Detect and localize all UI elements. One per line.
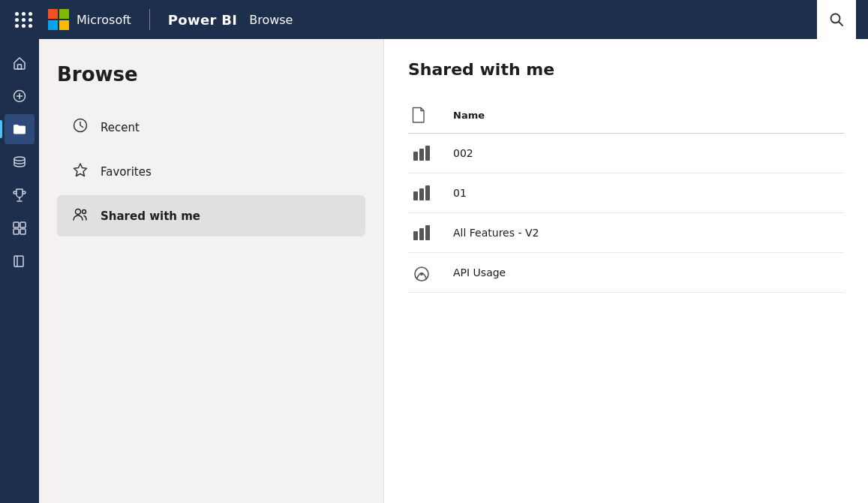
- book-icon: [12, 254, 27, 269]
- svg-rect-0: [48, 9, 58, 19]
- svg-rect-20: [413, 152, 418, 161]
- svg-rect-27: [419, 228, 424, 240]
- svg-rect-13: [14, 229, 19, 234]
- row-icon-cell: [408, 253, 444, 293]
- table-row[interactable]: All Features - V2: [408, 213, 844, 253]
- microsoft-label: Microsoft: [77, 13, 131, 27]
- content-title: Shared with me: [408, 60, 844, 79]
- svg-marker-17: [74, 164, 87, 176]
- trophy-icon: [12, 188, 27, 203]
- database-icon: [12, 155, 27, 170]
- svg-point-19: [83, 210, 86, 214]
- svg-rect-24: [419, 188, 424, 200]
- sidebar-item-learn[interactable]: [5, 246, 35, 276]
- bar-chart-icon: [412, 144, 431, 162]
- table-row[interactable]: 01: [408, 173, 844, 213]
- svg-rect-6: [18, 65, 22, 69]
- page-breadcrumb: Browse: [249, 13, 293, 27]
- svg-rect-3: [59, 20, 69, 30]
- logo-area: Microsoft: [48, 9, 131, 30]
- row-name: 01: [444, 173, 844, 213]
- gauge-icon: [412, 264, 431, 282]
- search-icon: [829, 12, 844, 27]
- row-name: API Usage: [444, 253, 844, 293]
- nav-item-recent[interactable]: Recent: [57, 107, 365, 148]
- browse-panel-title: Browse: [57, 63, 365, 86]
- home-icon: [12, 56, 27, 71]
- nav-item-favorites-label: Favorites: [101, 165, 152, 179]
- sidebar-item-home[interactable]: [5, 48, 35, 78]
- svg-rect-2: [48, 20, 58, 30]
- sidebar-item-datahub[interactable]: [5, 147, 35, 177]
- svg-rect-28: [425, 225, 430, 240]
- main-layout: Browse Recent Favorites: [0, 39, 868, 503]
- plus-circle-icon: [12, 89, 27, 104]
- svg-rect-22: [425, 146, 430, 161]
- sidebar-item-create[interactable]: [5, 81, 35, 111]
- svg-rect-23: [413, 191, 418, 200]
- nav-divider: [149, 9, 150, 30]
- row-icon-cell: [408, 134, 444, 173]
- svg-point-10: [14, 157, 25, 161]
- svg-point-18: [76, 209, 81, 215]
- top-nav: Microsoft Power BI Browse: [0, 0, 868, 39]
- row-name: 002: [444, 134, 844, 173]
- sidebar-item-apps[interactable]: [5, 213, 35, 243]
- row-icon-cell: [408, 173, 444, 213]
- bar-chart-icon: [412, 224, 431, 242]
- table-header-name: Name: [444, 97, 844, 134]
- nav-item-recent-label: Recent: [101, 121, 140, 134]
- clock-icon: [72, 117, 89, 137]
- table-row[interactable]: API Usage: [408, 253, 844, 293]
- nav-item-favorites[interactable]: Favorites: [57, 151, 365, 192]
- nav-item-shared[interactable]: Shared with me: [57, 195, 365, 236]
- sidebar-item-browse[interactable]: [5, 114, 35, 144]
- svg-line-5: [839, 22, 842, 26]
- bar-chart-icon: [412, 184, 431, 202]
- people-icon: [72, 206, 89, 226]
- microsoft-logo: [48, 9, 69, 30]
- apps-icon: [12, 221, 27, 236]
- search-button[interactable]: [817, 0, 856, 39]
- svg-rect-11: [14, 222, 19, 227]
- browse-panel: Browse Recent Favorites: [39, 39, 384, 503]
- folder-icon: [12, 122, 27, 137]
- svg-rect-1: [59, 9, 69, 19]
- table-row[interactable]: 002: [408, 134, 844, 173]
- svg-rect-25: [425, 185, 430, 200]
- svg-rect-21: [419, 149, 424, 161]
- sidebar-item-goals[interactable]: [5, 180, 35, 210]
- table-header-row: Name: [408, 97, 844, 134]
- star-icon: [72, 161, 89, 182]
- content-panel: Shared with me Name: [384, 39, 868, 503]
- icon-sidebar: [0, 39, 39, 503]
- row-icon-cell: [408, 213, 444, 253]
- svg-rect-14: [20, 229, 26, 234]
- active-indicator: [0, 120, 2, 138]
- file-icon-header: [412, 107, 425, 123]
- table-header-icon: [408, 97, 444, 134]
- app-launcher-button[interactable]: [12, 9, 36, 31]
- row-name: All Features - V2: [444, 213, 844, 253]
- nav-item-shared-label: Shared with me: [101, 209, 200, 223]
- svg-rect-26: [413, 231, 418, 240]
- shared-table: Name 002: [408, 97, 844, 293]
- svg-point-30: [420, 273, 423, 276]
- svg-rect-12: [20, 222, 26, 227]
- product-name: Power BI: [168, 12, 237, 28]
